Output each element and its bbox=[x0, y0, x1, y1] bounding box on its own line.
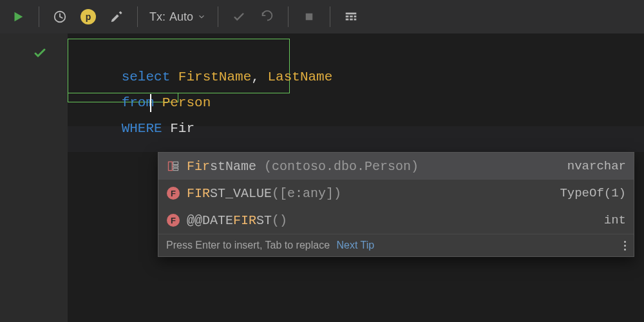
tx-value: Auto bbox=[169, 10, 193, 24]
svg-rect-8 bbox=[354, 19, 357, 21]
autocomplete-item-first-value[interactable]: F FIRST_VALUE([e:any]) TypeOf(1) bbox=[158, 180, 634, 207]
tx-label: Tx: bbox=[149, 10, 166, 24]
svg-rect-3 bbox=[346, 15, 349, 17]
autocomplete-item-type: TypeOf(1) bbox=[560, 186, 626, 200]
more-icon[interactable] bbox=[624, 241, 626, 251]
tx-mode-dropdown[interactable]: Tx: Auto bbox=[146, 4, 210, 30]
autocomplete-item-type: nvarchar bbox=[567, 159, 626, 173]
toolbar: p Tx: Auto bbox=[0, 0, 644, 33]
gutter bbox=[0, 33, 68, 322]
toolbar-separator bbox=[39, 6, 39, 27]
autocomplete-item-datefirst[interactable]: F @@DATEFIRST() int bbox=[158, 207, 634, 234]
chevron-down-icon bbox=[197, 12, 206, 21]
function-icon: F bbox=[166, 186, 180, 200]
commit-button[interactable] bbox=[226, 4, 252, 30]
autocomplete-item-label: FIRST_VALUE([e:any]) bbox=[187, 186, 553, 201]
code-line-2: from Person bbox=[68, 64, 644, 90]
autocomplete-item-type: int bbox=[604, 213, 626, 227]
svg-rect-11 bbox=[173, 166, 178, 167]
data-view-button[interactable] bbox=[338, 4, 364, 30]
stop-button[interactable] bbox=[296, 4, 322, 30]
typed-prefix: Fir bbox=[170, 121, 194, 136]
column-icon bbox=[166, 159, 180, 173]
autocomplete-hint: Press Enter to insert, Tab to replace Ne… bbox=[166, 240, 374, 251]
svg-rect-5 bbox=[354, 15, 357, 17]
toolbar-separator bbox=[137, 6, 138, 27]
function-icon: F bbox=[166, 213, 180, 227]
svg-rect-9 bbox=[169, 162, 173, 170]
toolbar-separator bbox=[330, 6, 330, 27]
text-caret bbox=[150, 94, 151, 112]
code-line-1: select FirstName, LastName bbox=[68, 39, 644, 64]
autocomplete-item-firstname[interactable]: FirstName (contoso.dbo.Person) nvarchar bbox=[158, 153, 634, 180]
toolbar-separator bbox=[218, 6, 218, 27]
svg-rect-6 bbox=[346, 19, 349, 21]
statement-ok-icon bbox=[32, 45, 48, 64]
rollback-button[interactable] bbox=[254, 4, 280, 30]
playground-badge[interactable]: p bbox=[75, 4, 101, 30]
settings-button[interactable] bbox=[104, 4, 129, 30]
code-editor[interactable]: select FirstName, LastName from Person W… bbox=[68, 33, 644, 322]
editor-area: select FirstName, LastName from Person W… bbox=[0, 33, 644, 322]
svg-rect-4 bbox=[350, 15, 353, 17]
autocomplete-item-label: FirstName (contoso.dbo.Person) bbox=[187, 159, 561, 174]
svg-rect-10 bbox=[173, 162, 178, 164]
toolbar-separator bbox=[288, 6, 289, 27]
svg-rect-12 bbox=[173, 168, 178, 170]
autocomplete-item-label: @@DATEFIRST() bbox=[187, 213, 598, 228]
next-tip-link[interactable]: Next Tip bbox=[337, 240, 375, 251]
autocomplete-footer: Press Enter to insert, Tab to replace Ne… bbox=[158, 234, 634, 256]
keyword-where: WHERE bbox=[122, 121, 162, 136]
svg-rect-7 bbox=[350, 19, 353, 21]
svg-rect-1 bbox=[306, 14, 313, 21]
svg-rect-2 bbox=[346, 13, 357, 15]
run-button[interactable] bbox=[5, 4, 31, 30]
history-button[interactable] bbox=[47, 4, 73, 30]
autocomplete-popup: FirstName (contoso.dbo.Person) nvarchar … bbox=[158, 152, 634, 257]
code-line-3: WHERE Fir bbox=[68, 90, 644, 116]
